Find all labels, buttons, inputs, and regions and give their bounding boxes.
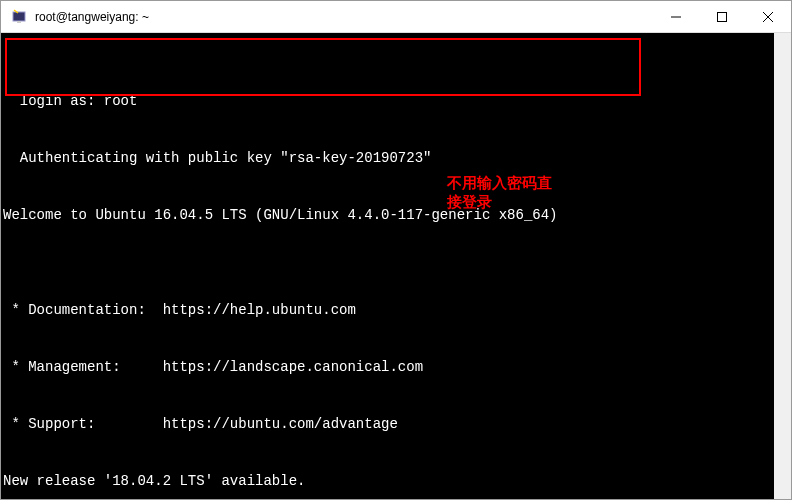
highlight-annotation-box: [5, 38, 641, 96]
annotation-text: 不用输入密码直: [447, 173, 552, 192]
terminal-line: * Documentation: https://help.ubuntu.com: [3, 301, 791, 320]
terminal-line: Authenticating with public key "rsa-key-…: [3, 149, 791, 168]
scrollbar-track: [774, 71, 791, 499]
terminal-line: login as: root: [3, 92, 791, 111]
terminal-line: Welcome to Ubuntu 16.04.5 LTS (GNU/Linux…: [3, 206, 791, 225]
vertical-scrollbar[interactable]: [774, 33, 791, 499]
terminal-line: New release '18.04.2 LTS' available.: [3, 472, 791, 491]
terminal-line: * Support: https://ubuntu.com/advantage: [3, 415, 791, 434]
window-title: root@tangweiyang: ~: [35, 10, 653, 24]
svg-rect-0: [13, 12, 25, 21]
minimize-button[interactable]: [653, 1, 699, 32]
close-button[interactable]: [745, 1, 791, 32]
putty-icon: [9, 7, 29, 27]
window-controls: [653, 1, 791, 32]
annotation-text: 接登录: [447, 192, 492, 211]
putty-window: root@tangweiyang: ~ login as: root Authe…: [0, 0, 792, 500]
svg-rect-4: [718, 12, 727, 21]
svg-rect-1: [17, 21, 21, 23]
titlebar: root@tangweiyang: ~: [1, 1, 791, 33]
maximize-button[interactable]: [699, 1, 745, 32]
terminal-line: * Management: https://landscape.canonica…: [3, 358, 791, 377]
terminal-area[interactable]: login as: root Authenticating with publi…: [1, 33, 791, 499]
